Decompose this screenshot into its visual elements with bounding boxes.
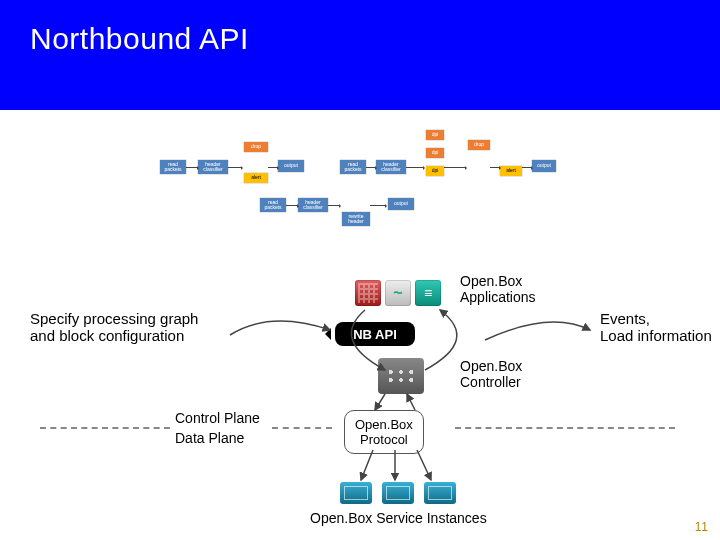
instances-cluster [340, 482, 456, 504]
diagram-stage: read packets header classifier drop aler… [0, 110, 720, 540]
block-drop: drop [244, 142, 268, 152]
block-dpi: dpi [426, 148, 444, 158]
svg-line-1 [407, 394, 415, 410]
block-hcls: header classifier [198, 160, 228, 174]
proc-graph-c: read packets header classifier rewrite h… [260, 190, 450, 230]
proc-graph-b: read packets header classifier dpi dpi d… [340, 130, 560, 190]
page-title: Northbound API [30, 22, 690, 56]
block-alert: alert [500, 166, 522, 176]
title-banner: Northbound API [0, 0, 720, 110]
proc-graph-a: read packets header classifier drop aler… [160, 135, 330, 190]
label-specify: Specify processing graph and block confi… [30, 310, 230, 344]
block-alert: alert [244, 173, 268, 183]
svg-line-4 [417, 450, 431, 480]
block-output: output [278, 160, 304, 172]
label-data-plane: Data Plane [175, 430, 244, 446]
service-instance-icon [340, 482, 372, 504]
block-hcls: header classifier [376, 160, 406, 174]
block-output: output [388, 198, 414, 210]
svg-line-2 [361, 450, 373, 480]
block-rewrite: rewrite header [342, 212, 370, 226]
block-read: read packets [260, 198, 286, 212]
block-hcls: header classifier [298, 198, 328, 212]
block-read: read packets [160, 160, 186, 174]
label-control-plane: Control Plane [175, 410, 260, 426]
plane-divider-mid-l [272, 427, 332, 429]
block-drop: drop [468, 140, 490, 150]
page-number: 11 [695, 520, 708, 534]
plane-divider-right [455, 427, 675, 429]
plane-divider-left [40, 427, 170, 429]
block-dpi-top: dpi [426, 130, 444, 140]
service-instance-icon [424, 482, 456, 504]
block-dpi-y: dpi [426, 166, 444, 176]
block-output: output [532, 160, 556, 172]
label-instances: Open.Box Service Instances [310, 510, 487, 526]
block-read: read packets [340, 160, 366, 174]
svg-line-0 [375, 394, 385, 410]
service-instance-icon [382, 482, 414, 504]
